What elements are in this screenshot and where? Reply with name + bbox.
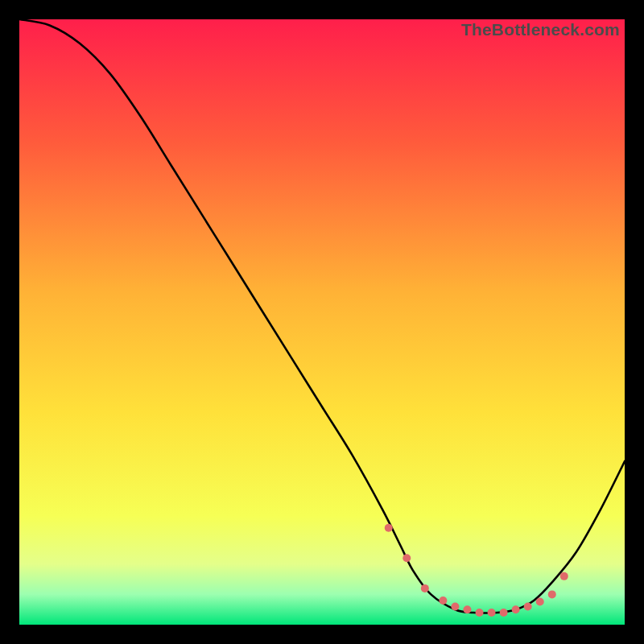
gradient-background — [19, 19, 625, 625]
marker-dot — [439, 597, 447, 605]
marker-dot — [512, 605, 520, 613]
marker-dot — [524, 602, 532, 610]
marker-dot — [536, 597, 544, 605]
marker-dot — [421, 584, 429, 592]
marker-dot — [463, 605, 471, 613]
chart-frame: TheBottleneck.com — [19, 19, 625, 625]
marker-dot — [385, 524, 393, 532]
marker-dot — [488, 609, 496, 617]
marker-dot — [451, 602, 459, 610]
marker-dot — [402, 554, 411, 562]
bottleneck-chart — [19, 19, 625, 625]
marker-dot — [500, 609, 508, 617]
marker-dot — [560, 572, 568, 580]
watermark-text: TheBottleneck.com — [461, 20, 620, 39]
marker-dot — [548, 590, 556, 598]
marker-dot — [476, 609, 484, 617]
